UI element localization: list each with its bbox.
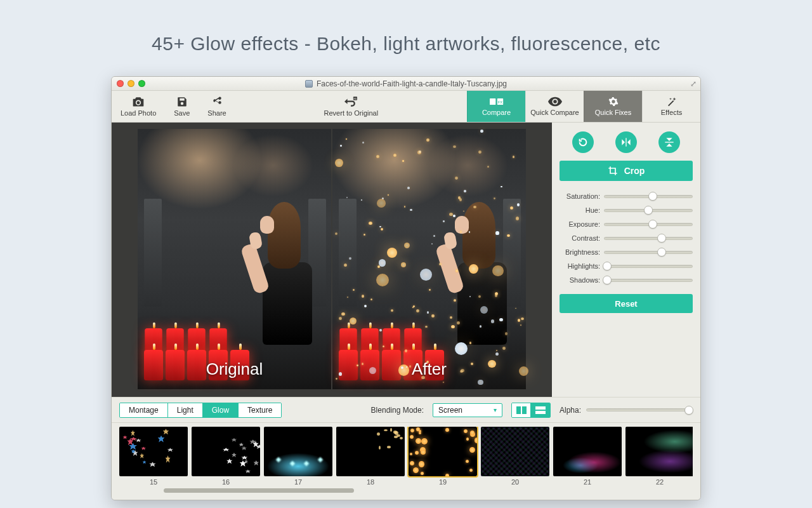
slider-track[interactable] — [604, 237, 693, 240]
fullscreen-icon[interactable]: ⤢ — [690, 79, 697, 88]
after-caption: After — [332, 359, 526, 379]
wand-icon — [665, 97, 679, 107]
effect-thumb-19[interactable]: 19 — [409, 427, 477, 486]
tab-quick-compare-label: Quick Compare — [530, 109, 579, 116]
rotate-button[interactable] — [572, 131, 594, 153]
flip-vertical-button[interactable] — [658, 131, 680, 153]
effect-thumb-number: 19 — [439, 478, 447, 486]
effect-thumb-21[interactable]: 21 — [553, 427, 622, 486]
page-headline: 45+ Glow effects - Bokeh, light artworks… — [0, 0, 812, 76]
reset-button[interactable]: Reset — [560, 294, 693, 313]
load-photo-label: Load Photo — [121, 109, 156, 117]
slider-label: Exposure: — [560, 220, 600, 228]
effect-thumb-number: 21 — [584, 478, 591, 486]
window-title: Faces-of-the-world-Faith-light-a-candle-… — [317, 79, 507, 88]
revert-button[interactable]: FX Revert to Original — [315, 96, 388, 117]
camera-icon — [132, 96, 145, 107]
tab-quick-fixes-label: Quick Fixes — [595, 109, 631, 116]
slider-row: Exposure: — [560, 220, 693, 228]
slider-knob[interactable] — [644, 206, 653, 215]
effect-thumb-20[interactable]: 20 — [481, 427, 549, 486]
preview-original: Original — [138, 129, 331, 389]
effects-strip: 1516171819202122 — [112, 422, 700, 500]
share-label: Share — [207, 109, 226, 117]
tab-quick-fixes[interactable]: Quick Fixes — [584, 91, 642, 122]
main-area: Original After — [112, 123, 700, 397]
quick-fixes-panel: Crop Saturation:Hue:Exposure:Contrast:Br… — [552, 123, 700, 397]
category-glow[interactable]: Glow — [203, 403, 239, 417]
save-button[interactable]: Save — [165, 91, 199, 122]
crop-label: Crop — [624, 166, 645, 176]
crop-button[interactable]: Crop — [560, 161, 693, 181]
app-window: Faces-of-the-world-Faith-light-a-candle-… — [111, 76, 701, 500]
category-montage[interactable]: Montage — [120, 403, 168, 417]
flip-horizontal-button[interactable] — [615, 131, 637, 153]
effect-thumb-22[interactable]: 22 — [625, 427, 693, 486]
effect-thumb-number: 18 — [367, 478, 374, 486]
toolbar: Load Photo Save Share FX Revert to Origi… — [112, 91, 700, 123]
original-caption: Original — [138, 359, 331, 379]
effect-thumb-preview — [481, 427, 549, 476]
slider-track[interactable] — [604, 265, 693, 268]
slider-knob[interactable] — [603, 262, 612, 271]
category-bar: MontageLightGlowTexture Blending Mode: S… — [112, 397, 700, 422]
slider-knob[interactable] — [657, 248, 666, 257]
effect-thumb-15[interactable]: 15 — [119, 427, 188, 486]
effect-thumb-preview — [336, 427, 405, 476]
share-button[interactable]: Share — [199, 91, 235, 122]
crop-icon — [608, 166, 618, 176]
view-split-button[interactable] — [512, 403, 531, 417]
revert-icon: FX — [344, 96, 357, 107]
slider-track[interactable] — [604, 223, 693, 226]
alpha-label: Alpha: — [560, 406, 581, 415]
effect-thumb-16[interactable]: 16 — [192, 427, 260, 486]
tab-compare[interactable]: FX Compare — [467, 91, 525, 122]
slider-track[interactable] — [604, 209, 693, 212]
slider-label: Contrast: — [560, 234, 600, 242]
tab-effects-label: Effects — [661, 109, 682, 116]
slider-track[interactable] — [604, 279, 693, 282]
slider-knob[interactable] — [648, 220, 657, 229]
slider-track[interactable] — [604, 251, 693, 254]
blend-mode-select[interactable]: Screen ▾ — [433, 403, 502, 417]
gear-icon — [606, 97, 620, 107]
effect-thumb-preview — [625, 427, 693, 476]
tab-effects[interactable]: Effects — [642, 91, 700, 122]
slider-label: Hue: — [560, 206, 600, 214]
effect-thumb-preview — [553, 427, 622, 476]
preview-after: After — [332, 129, 526, 389]
slider-knob[interactable] — [657, 234, 666, 243]
effect-thumb-18[interactable]: 18 — [336, 427, 405, 486]
svg-text:FX: FX — [497, 100, 502, 104]
chevron-down-icon: ▾ — [494, 406, 497, 413]
svg-rect-6 — [665, 142, 673, 142]
alpha-slider[interactable] — [586, 408, 693, 411]
tab-compare-label: Compare — [482, 109, 511, 116]
category-light[interactable]: Light — [168, 403, 203, 417]
slider-knob[interactable] — [648, 192, 657, 201]
category-segmented: MontageLightGlowTexture — [119, 403, 282, 418]
slider-row: Saturation: — [560, 192, 693, 200]
effect-thumb-17[interactable]: 17 — [264, 427, 332, 486]
strip-scrollbar[interactable] — [119, 488, 693, 495]
effect-thumb-preview — [119, 427, 188, 476]
revert-label: Revert to Original — [324, 109, 379, 117]
rotate-icon — [578, 137, 588, 147]
effect-thumb-preview — [409, 427, 477, 476]
load-photo-button[interactable]: Load Photo — [112, 91, 165, 122]
effect-thumb-preview — [264, 427, 332, 476]
view-single-button[interactable] — [531, 403, 550, 417]
reset-label: Reset — [615, 299, 637, 309]
slider-track[interactable] — [604, 195, 693, 198]
slider-row: Contrast: — [560, 234, 693, 242]
slider-label: Highlights: — [560, 262, 600, 270]
svg-rect-7 — [516, 406, 521, 414]
slider-label: Brightness: — [560, 248, 600, 256]
tab-quick-compare[interactable]: Quick Compare — [525, 91, 584, 122]
compare-icon: FX — [490, 97, 504, 107]
blend-mode-value: Screen — [438, 406, 462, 415]
preview-canvas: Original After — [112, 123, 552, 397]
flip-vertical-icon — [664, 137, 674, 147]
category-texture[interactable]: Texture — [239, 403, 281, 417]
slider-knob[interactable] — [603, 276, 612, 284]
